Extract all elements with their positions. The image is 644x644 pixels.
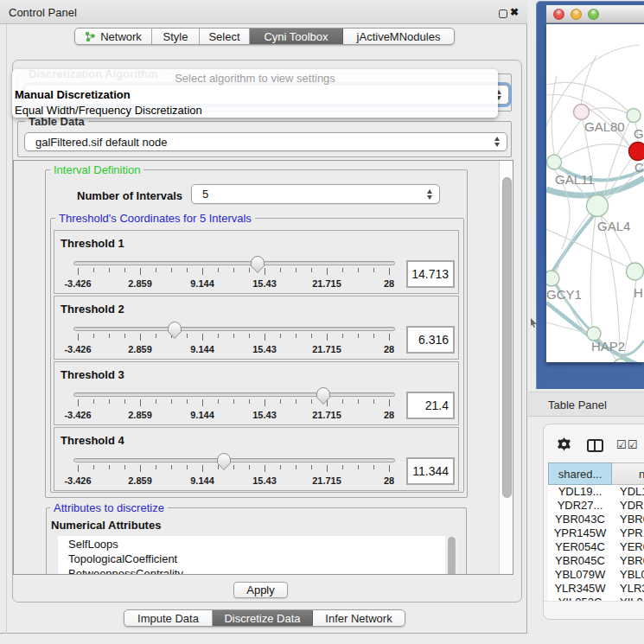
- table-cell[interactable]: YLR345W: [548, 582, 612, 596]
- network-node[interactable]: [627, 109, 641, 123]
- slider-tick: [249, 465, 250, 469]
- slider-tick: [187, 334, 188, 338]
- table-cell[interactable]: YBL079W: [548, 568, 612, 582]
- network-node[interactable]: [546, 271, 559, 286]
- algorithm-popup-prompt: Select algorithm to view settings: [12, 70, 498, 86]
- network-node[interactable]: [547, 155, 562, 169]
- slider-tick: [140, 465, 141, 472]
- slider-scale-label: 28: [384, 475, 394, 486]
- network-node[interactable]: [629, 143, 644, 161]
- window-left-bevel: [6, 24, 7, 634]
- threshold-value-field[interactable]: 21.4: [406, 392, 455, 419]
- table-cell[interactable]: YDL19...: [548, 485, 612, 499]
- select-columns-icon[interactable]: ☑☑: [616, 438, 638, 451]
- network-edge[interactable]: [581, 55, 596, 105]
- table-cell[interactable]: YBR0: [612, 513, 644, 526]
- threshold-slider-track[interactable]: [73, 458, 395, 462]
- slider-tick: [124, 268, 125, 272]
- tab-discretize-data[interactable]: Discretize Data: [213, 610, 313, 626]
- threshold-slider-track[interactable]: [73, 392, 395, 397]
- slider-tick: [78, 334, 79, 341]
- table-data-combobox[interactable]: galFiltered.sif default node: [24, 132, 507, 151]
- attribute-list-item[interactable]: SelfLoops: [68, 537, 118, 552]
- table-cell[interactable]: YBR0: [612, 554, 644, 568]
- apply-button[interactable]: Apply: [233, 582, 288, 598]
- slider-tick: [156, 465, 156, 469]
- algorithm-popup-item[interactable]: Manual Discretization: [12, 86, 498, 103]
- table-cell[interactable]: YLR3: [612, 582, 644, 596]
- table-panel-header: Table Panel: [528, 392, 644, 417]
- slider-scale-label: 9.144: [190, 410, 214, 420]
- table-cell[interactable]: YBL0: [612, 568, 644, 582]
- interval-definition-group: Interval Definition Number of Intervals …: [45, 169, 468, 498]
- table-hscrollbar-track[interactable]: [544, 601, 644, 615]
- tab-network[interactable]: Network: [75, 29, 152, 44]
- attribute-list-item[interactable]: TopologicalCoefficient: [68, 552, 177, 566]
- tab-impute-data[interactable]: Impute Data: [124, 610, 213, 626]
- table-cell[interactable]: YER054C: [548, 540, 612, 554]
- slider-scale-label: 28: [384, 410, 394, 420]
- network-node[interactable]: [587, 195, 609, 217]
- settings-scrollbar-thumb[interactable]: [502, 177, 512, 498]
- table-column-header[interactable]: shared...: [548, 462, 612, 485]
- table-column-header[interactable]: n: [612, 462, 644, 485]
- network-node[interactable]: [627, 263, 644, 280]
- threshold-panel: Threshold 3-3.4262.8599.14415.4321.71528…: [54, 361, 459, 425]
- network-node-label: H: [634, 285, 643, 300]
- slider-tick: [109, 334, 110, 338]
- close-icon[interactable]: ✖: [510, 6, 519, 18]
- settings-scrollpane: Interval Definition Number of Intervals …: [13, 160, 513, 575]
- table-cell[interactable]: YPR1: [612, 526, 644, 540]
- network-edge[interactable]: [546, 45, 640, 126]
- slider-tick: [280, 268, 281, 272]
- table-cell[interactable]: YDL1: [612, 485, 644, 499]
- tab-style[interactable]: Style: [152, 29, 200, 44]
- algorithm-popup-item[interactable]: Equal Width/Frequency Discretization: [12, 102, 498, 118]
- threshold-panel: Threshold 1-3.4262.8599.14415.4321.71528…: [54, 230, 459, 294]
- table-cell[interactable]: YER0: [612, 540, 644, 554]
- slider-tick: [389, 465, 390, 472]
- tab-infer-network[interactable]: Infer Network: [313, 610, 405, 626]
- threshold-slider-thumb[interactable]: [167, 322, 182, 340]
- network-node[interactable]: [574, 105, 590, 120]
- network-edge[interactable]: [590, 216, 596, 327]
- network-edge[interactable]: [601, 216, 620, 359]
- slider-tick: [202, 465, 203, 472]
- slider-tick: [342, 268, 343, 272]
- network-canvas[interactable]: GAL80GCGAL11GAL4GCY1HHAP2: [546, 24, 644, 362]
- slider-tick: [124, 399, 125, 404]
- close-traffic-icon[interactable]: [553, 9, 564, 20]
- threshold-slider-thumb[interactable]: [316, 387, 331, 405]
- threshold-value-field[interactable]: 14.713: [406, 260, 455, 288]
- tab-jactivemnodules[interactable]: jActiveMNodules: [343, 29, 454, 44]
- table-data-group: Table Data galFiltered.sif default node: [17, 121, 512, 157]
- number-of-intervals-combobox[interactable]: 5: [191, 184, 440, 204]
- table-cell[interactable]: YDR2: [612, 499, 644, 513]
- float-window-icon[interactable]: [499, 10, 507, 18]
- tab-cyni-toolbox[interactable]: Cyni Toolbox: [250, 29, 343, 44]
- threshold-value-field[interactable]: 11.344: [406, 457, 455, 485]
- attribute-list-item[interactable]: BetweennessCentrality: [68, 566, 183, 576]
- gear-icon[interactable]: [557, 437, 571, 452]
- attributes-scrollbar-thumb[interactable]: [448, 537, 456, 575]
- threshold-slider-thumb[interactable]: [250, 256, 265, 274]
- table-cell[interactable]: YPR145W: [548, 526, 612, 540]
- threshold-value-field[interactable]: 6.316: [406, 326, 455, 354]
- threshold-slider-thumb[interactable]: [216, 453, 232, 471]
- settings-scrollbar-track[interactable]: [499, 161, 513, 574]
- threshold-slider-track[interactable]: [73, 261, 395, 265]
- zoom-traffic-icon[interactable]: [588, 9, 599, 20]
- threshold-slider-track[interactable]: [73, 327, 395, 331]
- network-node-label: GAL4: [597, 219, 630, 233]
- slider-tick: [280, 465, 281, 469]
- network-node-label: C: [634, 160, 644, 175]
- table-cell[interactable]: YBR043C: [548, 513, 612, 526]
- control-panel-window: Control Panel ✖ NetworkStyleSelectCyni T…: [0, 0, 527, 634]
- network-edge[interactable]: [552, 76, 557, 155]
- table-cell[interactable]: YDR27...: [548, 499, 612, 513]
- minimize-traffic-icon[interactable]: [571, 9, 582, 20]
- numerical-attributes-list[interactable]: SelfLoopsTopologicalCoefficientBetweenne…: [58, 536, 445, 575]
- tab-select[interactable]: Select: [200, 29, 250, 44]
- table-cell[interactable]: YBR045C: [548, 554, 612, 568]
- slider-tick: [93, 399, 94, 404]
